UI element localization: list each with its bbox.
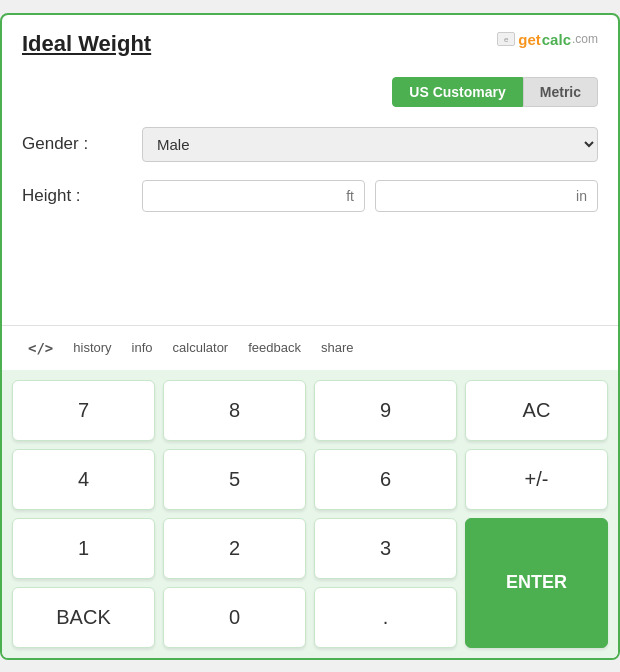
height-label: Height :: [22, 186, 142, 206]
key-7[interactable]: 7: [12, 380, 155, 441]
brand-calc: calc: [542, 31, 571, 48]
gender-row: Gender : Male Female: [22, 127, 598, 162]
gender-select[interactable]: Male Female: [142, 127, 598, 162]
us-customary-button[interactable]: US Customary: [392, 77, 522, 107]
key-dot[interactable]: .: [314, 587, 457, 648]
height-row: Height :: [22, 180, 598, 212]
gender-label: Gender :: [22, 134, 142, 154]
keypad-section: 7 8 9 AC 4 5 6 +/- 1 2 3 ENTER BACK 0 .: [2, 370, 618, 658]
brand-icon: e: [497, 32, 515, 46]
key-ac[interactable]: AC: [465, 380, 608, 441]
brand-logo: egetcalc.com: [497, 31, 598, 48]
metric-button[interactable]: Metric: [523, 77, 598, 107]
nav-share[interactable]: share: [311, 336, 364, 359]
nav-info[interactable]: info: [122, 336, 163, 359]
key-9[interactable]: 9: [314, 380, 457, 441]
calculator-container: Ideal Weight egetcalc.com US Customary M…: [0, 13, 620, 660]
keypad-grid: 7 8 9 AC 4 5 6 +/- 1 2 3 ENTER BACK 0 .: [12, 380, 608, 648]
key-5[interactable]: 5: [163, 449, 306, 510]
height-in-input[interactable]: [375, 180, 598, 212]
key-0[interactable]: 0: [163, 587, 306, 648]
key-2[interactable]: 2: [163, 518, 306, 579]
nav-calculator[interactable]: calculator: [163, 336, 239, 359]
nav-bar: </> history info calculator feedback sha…: [2, 325, 618, 370]
key-8[interactable]: 8: [163, 380, 306, 441]
key-plus-minus[interactable]: +/-: [465, 449, 608, 510]
nav-feedback[interactable]: feedback: [238, 336, 311, 359]
key-back[interactable]: BACK: [12, 587, 155, 648]
enter-button[interactable]: ENTER: [465, 518, 608, 648]
top-section: Ideal Weight egetcalc.com US Customary M…: [2, 15, 618, 325]
unit-toggle: US Customary Metric: [22, 77, 598, 107]
key-4[interactable]: 4: [12, 449, 155, 510]
page-title: Ideal Weight: [22, 31, 151, 57]
key-3[interactable]: 3: [314, 518, 457, 579]
key-1[interactable]: 1: [12, 518, 155, 579]
key-6[interactable]: 6: [314, 449, 457, 510]
nav-code-icon[interactable]: </>: [18, 336, 63, 360]
header-row: Ideal Weight egetcalc.com: [22, 31, 598, 57]
gender-control: Male Female: [142, 127, 598, 162]
height-ft-input[interactable]: [142, 180, 365, 212]
nav-history[interactable]: history: [63, 336, 121, 359]
brand-get: get: [518, 31, 541, 48]
brand-com: .com: [572, 32, 598, 46]
height-control: [142, 180, 598, 212]
